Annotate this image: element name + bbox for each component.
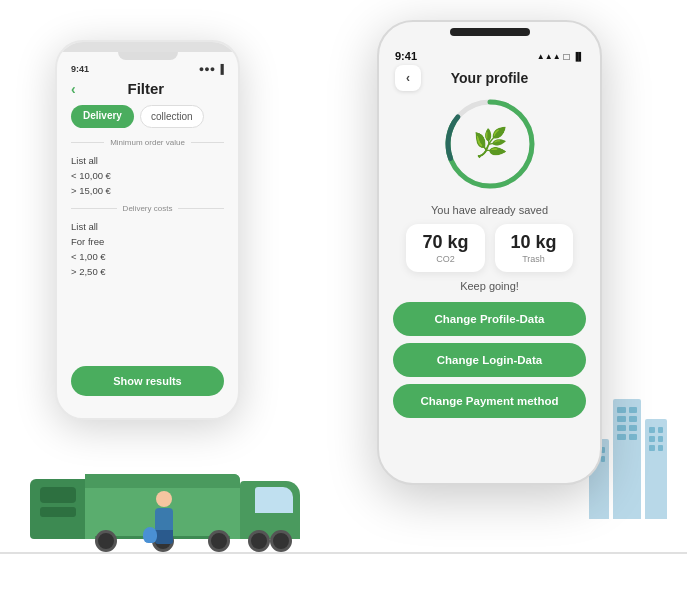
phone-left-time: 9:41 [71,64,89,74]
filter-back-button[interactable]: ‹ [71,81,76,97]
phone-left: 9:41 ●●● ▐ ‹ Filter Delivery collection … [55,40,240,420]
stat-value-co2: 70 kg [422,232,468,253]
stat-value-trash: 10 kg [511,232,557,253]
battery-icon: ▐▌ [573,52,584,61]
phone-left-signal: ●●● ▐ [199,64,224,74]
keep-going-text: Keep going! [379,280,600,292]
show-results-button[interactable]: Show results [71,366,224,396]
phone-right-time: 9:41 [395,50,417,62]
person-legs [155,530,173,544]
eco-circle-svg: 🌿 [440,94,540,194]
list-item[interactable]: List all [71,219,224,234]
phone-right-notch [450,28,530,36]
stat-card-co2: 70 kg CO2 [406,224,484,272]
list-item[interactable]: For free [71,234,224,249]
profile-back-button[interactable]: ‹ [395,65,421,91]
wifi-icon: □ [564,51,570,62]
signal-icon: ▲▲▲ [537,52,561,61]
action-buttons: Change Profile-Data Change Login-Data Ch… [379,302,600,418]
filter-tab-collection[interactable]: collection [140,105,204,128]
building-tower-tall [613,399,641,519]
status-icons: ▲▲▲ □ ▐▌ [537,51,584,62]
phone-right: 9:41 ▲▲▲ □ ▐▌ ‹ Your profile [377,20,602,485]
person-head [156,491,172,507]
ground [0,552,687,554]
truck-compactor [30,479,85,539]
scene: 9:41 ●●● ▐ ‹ Filter Delivery collection … [0,0,687,599]
phone-right-status: 9:41 ▲▲▲ □ ▐▌ [395,50,584,62]
person-bag [143,527,157,543]
filter-tab-delivery[interactable]: Delivery [71,105,134,128]
truck-cabin [240,481,300,539]
list-item[interactable]: > 15,00 € [71,183,224,198]
svg-text:🌿: 🌿 [472,126,507,159]
min-order-list: List all < 10,00 € > 15,00 € [71,153,224,198]
eco-circle-container: 🌿 [379,94,600,194]
filter-tabs: Delivery collection [71,105,224,128]
list-item[interactable]: > 2,50 € [71,264,224,279]
delivery-cost-list: List all For free < 1,00 € > 2,50 € [71,219,224,279]
saved-text: You have already saved [379,204,600,216]
list-item[interactable]: < 10,00 € [71,168,224,183]
change-payment-button[interactable]: Change Payment method [393,384,586,418]
phone-left-notch [118,52,178,60]
profile-title: Your profile [451,70,529,86]
person-illustration [155,491,173,544]
profile-header: ‹ Your profile [395,70,584,86]
stat-label-trash: Trash [511,254,557,264]
eco-circle: 🌿 [440,94,540,194]
stat-card-trash: 10 kg Trash [495,224,573,272]
filter-title: Filter [82,80,210,97]
building-tower-medium [645,419,667,519]
change-profile-button[interactable]: Change Profile-Data [393,302,586,336]
list-item[interactable]: List all [71,153,224,168]
stat-label-co2: CO2 [422,254,468,264]
stats-row: 70 kg CO2 10 kg Trash [379,224,600,272]
change-login-button[interactable]: Change Login-Data [393,343,586,377]
delivery-cost-divider: Delivery costs [71,204,224,213]
min-order-divider: Minimum order value [71,138,224,147]
person-body [155,508,173,530]
phone-left-status: 9:41 ●●● ▐ [57,60,238,74]
list-item[interactable]: < 1,00 € [71,249,224,264]
